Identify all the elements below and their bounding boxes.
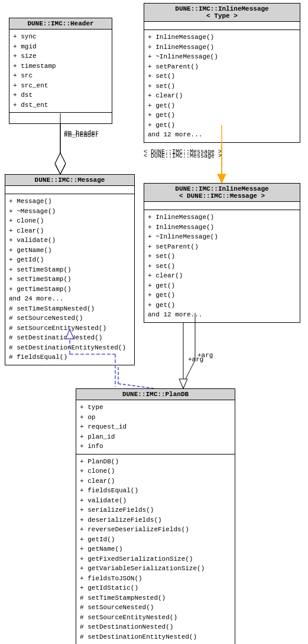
header-box: DUNE::IMC::Header + sync + mgid + size +… xyxy=(9,18,112,124)
svg-marker-19 xyxy=(218,174,226,183)
header-box-methods xyxy=(9,113,112,123)
svg-text:+arg: +arg xyxy=(188,356,203,363)
plandb-box-fields: + type + op + request_id + plan_id + inf… xyxy=(76,400,235,455)
inline-message-type-box: DUNE::IMC::InlineMessage< Type > + Inlin… xyxy=(144,3,300,143)
svg-line-10 xyxy=(118,384,154,388)
svg-text:#m_header: #m_header xyxy=(64,129,99,136)
plandb-box-methods: + PlanDB() + clone() + clear() + fieldsE… xyxy=(76,455,235,645)
svg-text:#m_header: #m_header xyxy=(64,132,99,139)
svg-text:< DUNE::IMC::Message >: < DUNE::IMC::Message > xyxy=(144,149,222,155)
message-box-empty xyxy=(5,186,134,194)
message-box-title: DUNE::IMC::Message xyxy=(5,175,134,186)
svg-marker-13 xyxy=(180,380,187,388)
svg-text:< DUNE::IMC::Message >: < DUNE::IMC::Message > xyxy=(144,153,222,159)
svg-text:+arg: +arg xyxy=(197,352,213,359)
svg-marker-16 xyxy=(55,153,66,174)
diagram-container: #m_header < DUNE::IMC::Message > +arg DU xyxy=(0,0,308,644)
message-box-methods: + Message() + ~Message() + clone() + cle… xyxy=(5,194,134,365)
inline-message-type-empty xyxy=(144,22,300,30)
inline-message-type-methods: + InlineMessage() + InlineMessage() + ~I… xyxy=(144,30,300,142)
inline-message-msg-title: DUNE::IMC::InlineMessage< DUNE::IMC::Mes… xyxy=(144,184,300,202)
plandb-box: DUNE::IMC::PlanDB + type + op + request_… xyxy=(76,388,235,644)
inline-message-type-title: DUNE::IMC::InlineMessage< Type > xyxy=(144,4,300,22)
inline-message-msg-box: DUNE::IMC::InlineMessage< DUNE::IMC::Mes… xyxy=(144,183,300,323)
inline-message-msg-methods: + InlineMessage() + InlineMessage() + ~I… xyxy=(144,210,300,322)
svg-line-26 xyxy=(183,360,195,384)
svg-marker-28 xyxy=(179,379,187,388)
header-box-fields: + sync + mgid + size + timestamp + src +… xyxy=(9,30,112,113)
inline-message-msg-empty xyxy=(144,202,300,210)
plandb-box-title: DUNE::IMC::PlanDB xyxy=(76,389,235,400)
svg-marker-2 xyxy=(56,156,65,174)
header-box-title: DUNE::IMC::Header xyxy=(9,18,112,30)
message-box: DUNE::IMC::Message + Message() + ~Messag… xyxy=(5,174,135,365)
